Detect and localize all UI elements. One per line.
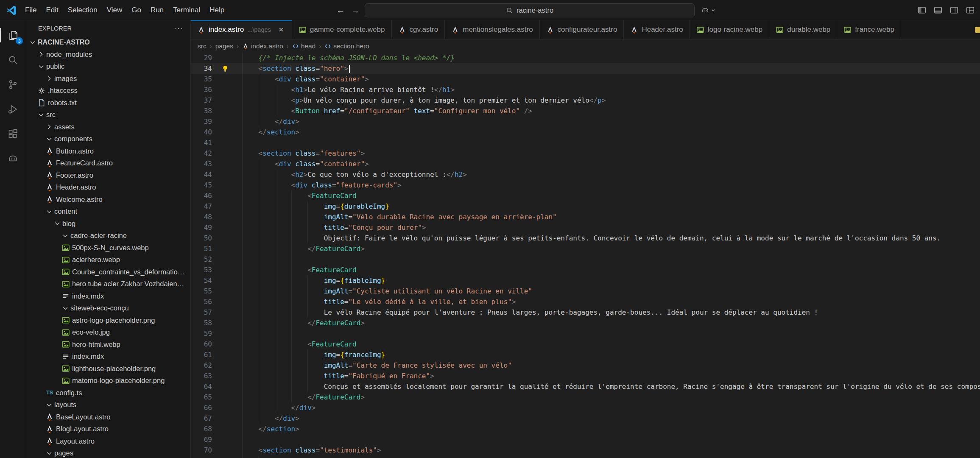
code-line-53[interactable]: 53<FeatureCard (191, 265, 980, 275)
code-line-69[interactable]: 69 (191, 434, 980, 445)
code-line-62[interactable]: 62imgAlt="Carte de France stylisée avec … (191, 360, 980, 371)
code-line-61[interactable]: 61img={franceImg} (191, 349, 980, 360)
tab-partial[interactable] (969, 20, 980, 39)
tree-item-header.astro[interactable]: Header.astro (26, 182, 190, 194)
code-line-39[interactable]: 39</div> (191, 116, 980, 127)
tree-item-siteweb-eco-con-u[interactable]: siteweb-eco-conçu (26, 302, 190, 315)
tree-item-eco-velo.jpg[interactable]: eco-velo.jpg (26, 327, 190, 339)
tree-item-public[interactable]: public (26, 61, 190, 73)
menu-go[interactable]: Go (127, 0, 146, 20)
code-line-46[interactable]: 46<FeatureCard (191, 190, 980, 201)
code-line-34[interactable]: 34<section class="hero"> (191, 63, 980, 74)
tab-logo-racine.webp[interactable]: logo-racine.webp (690, 20, 769, 39)
tree-item-images[interactable]: images (26, 73, 190, 85)
nav-forward-icon[interactable]: → (350, 6, 361, 15)
code-line-36[interactable]: 36<h1>Le vélo Racine arrive bientôt !</h… (191, 84, 980, 95)
breadcrumb-item-src[interactable]: src (198, 42, 207, 50)
code-line-68[interactable]: 68</section> (191, 424, 980, 434)
breadcrumb-item-head[interactable]: head (292, 42, 315, 50)
code-line-35[interactable]: 35<div class="container"> (191, 74, 980, 84)
tab-durable.webp[interactable]: durable.webp (769, 20, 837, 39)
code-line-58[interactable]: 58</FeatureCard> (191, 318, 980, 328)
tree-item-layout.astro[interactable]: Layout.astro (26, 435, 190, 447)
tree-item-src[interactable]: src (26, 109, 190, 121)
code-line-37[interactable]: 37<p>Un vélo conçu pour durer, à ton ima… (191, 95, 980, 106)
code-line-60[interactable]: 60<FeatureCard (191, 339, 980, 349)
tree-item-layouts[interactable]: layouts (26, 399, 190, 411)
code-line-64[interactable]: 64Conçus et assemblés localement pour ga… (191, 381, 980, 392)
code-line-48[interactable]: 48imgAlt="Vélo durable Racine avec paysa… (191, 212, 980, 222)
menu-file[interactable]: File (20, 0, 41, 20)
toggle-panel-button[interactable] (933, 6, 943, 15)
nav-back-icon[interactable]: ← (335, 6, 346, 15)
activity-search[interactable] (0, 47, 26, 72)
tree-item-assets[interactable]: assets (26, 121, 190, 133)
code-line-59[interactable]: 59 (191, 328, 980, 339)
tab-index.astro[interactable]: index.astro...\pages× (191, 20, 292, 39)
tree-item-button.astro[interactable]: Button.astro (26, 145, 190, 157)
code-editor[interactable]: 29{/* Injecte le schéma JSON-LD dans le … (191, 53, 980, 458)
code-line-43[interactable]: 43<div class="container"> (191, 159, 980, 169)
code-line-56[interactable]: 56title="Le vélo dédié à la ville, et bi… (191, 296, 980, 307)
tree-item-welcome.astro[interactable]: Welcome.astro (26, 193, 190, 206)
code-line-44[interactable]: 44<h2>Ce que ton vélo a d'exceptionnel :… (191, 169, 980, 180)
tree-item-matomo-logo-placeholder.png[interactable]: matomo-logo-placeholder.png (26, 375, 190, 387)
code-line-42[interactable]: 42<section class="features"> (191, 148, 980, 159)
explorer-more-actions-button[interactable]: ··· (175, 25, 183, 32)
tree-item-blog[interactable]: blog (26, 218, 190, 230)
tab-Header.astro[interactable]: Header.astro (624, 20, 690, 39)
tree-item-index.mdx[interactable]: index.mdx (26, 351, 190, 363)
tree-root-folder[interactable]: RACINE-ASTRO (26, 36, 190, 48)
code-line-65[interactable]: 65</FeatureCard> (191, 392, 980, 402)
tree-item-index.mdx[interactable]: index.mdx (26, 290, 190, 302)
tree-item-hero-html.webp[interactable]: hero-html.webp (26, 338, 190, 351)
copilot-menu-button[interactable] (701, 6, 716, 14)
lightbulb-icon[interactable] (219, 63, 232, 74)
tree-item-node-modules[interactable]: node_modules (26, 48, 190, 61)
tree-item-footer.astro[interactable]: Footer.astro (26, 169, 190, 182)
menu-selection[interactable]: Selection (63, 0, 102, 20)
tab-cgv.astro[interactable]: cgv.astro (392, 20, 445, 39)
tab-gamme-complete.webp[interactable]: gamme-complete.webp (292, 20, 392, 39)
activity-extensions[interactable] (0, 121, 26, 146)
code-line-38[interactable]: 38<Button href="/configurateur" text="Co… (191, 106, 980, 116)
tree-item-cadre-acier-racine[interactable]: cadre-acier-racine (26, 230, 190, 242)
menu-edit[interactable]: Edit (41, 0, 63, 20)
code-line-52[interactable]: 52 (191, 254, 980, 265)
tree-item-astro-logo-placeholder.png[interactable]: astro-logo-placeholder.png (26, 314, 190, 327)
tab-france.webp[interactable]: france.webp (837, 20, 901, 39)
activity-source-control[interactable] (0, 72, 26, 97)
tree-item-robots.txt[interactable]: robots.txt (26, 97, 190, 109)
menu-view[interactable]: View (102, 0, 127, 20)
code-line-45[interactable]: 45<div class="feature-cards"> (191, 180, 980, 190)
tree-item-hero-tube-acier-zakhar-vozhdaienko.w...[interactable]: hero tube acier Zakhar Vozhdaienko.w... (26, 278, 190, 290)
code-line-66[interactable]: 66</div> (191, 402, 980, 413)
code-line-54[interactable]: 54img={fiableImg} (191, 275, 980, 286)
command-center-search[interactable]: racine-astro (365, 3, 695, 17)
customize-layout-button[interactable] (966, 6, 975, 15)
toggle-secondary-sidebar-button[interactable] (949, 6, 959, 15)
code-line-57[interactable]: 57Le vélo Racine équipé pour l'aventure … (191, 307, 980, 318)
code-line-71[interactable]: 71<div class="container"> (191, 455, 980, 458)
tree-item-500px-s-n-curves.webp[interactable]: 500px-S-N_curves.webp (26, 242, 190, 254)
code-line-67[interactable]: 67</div> (191, 413, 980, 424)
code-line-29[interactable]: 29{/* Injecte le schéma JSON-LD dans le … (191, 53, 980, 63)
tree-item-pages[interactable]: pages (26, 447, 190, 458)
menu-help[interactable]: Help (205, 0, 229, 20)
code-line-49[interactable]: 49title="Conçu pour durer"> (191, 222, 980, 233)
code-line-70[interactable]: 70<section class="testimonials"> (191, 445, 980, 455)
tree-item-acierhero.webp[interactable]: acierhero.webp (26, 254, 190, 266)
tree-item-.htaccess[interactable]: .htaccess (26, 85, 190, 97)
code-line-55[interactable]: 55imgAlt="Cycliste utilisant un vélo Rac… (191, 286, 980, 296)
tree-item-featurecard.astro[interactable]: FeatureCard.astro (26, 157, 190, 170)
tab-close-icon[interactable]: × (277, 25, 285, 34)
tree-item-content[interactable]: content (26, 206, 190, 218)
toggle-primary-sidebar-button[interactable] (917, 6, 927, 15)
tab-configurateur.astro[interactable]: configurateur.astro (540, 20, 624, 39)
tree-item-components[interactable]: components (26, 133, 190, 145)
code-line-50[interactable]: 50Objectif: Faire le vélo qu'on puisse l… (191, 233, 980, 243)
tree-item-config.ts[interactable]: TSconfig.ts (26, 387, 190, 399)
activity-run-debug[interactable] (0, 97, 26, 121)
code-line-63[interactable]: 63title="Fabriqué en France"> (191, 371, 980, 381)
code-line-47[interactable]: 47img={durableImg} (191, 201, 980, 212)
